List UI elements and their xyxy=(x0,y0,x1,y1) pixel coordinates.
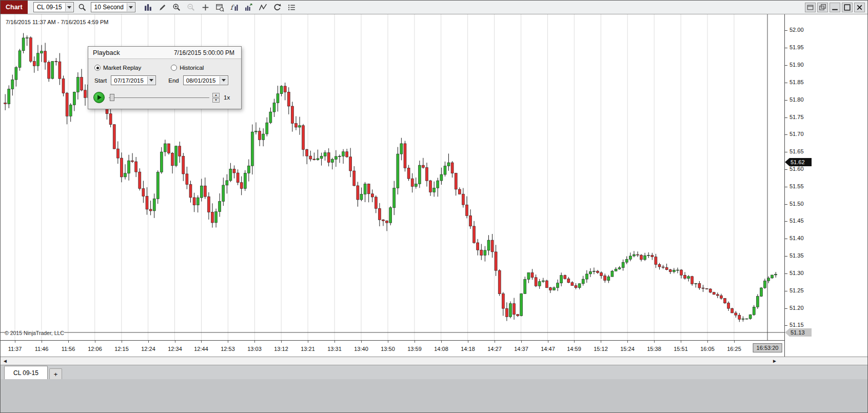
float-button[interactable] xyxy=(805,3,816,12)
historical-label: Historical xyxy=(180,65,204,71)
time-axis-tick xyxy=(495,341,495,343)
end-date-selector[interactable]: 08/01/2015 xyxy=(183,75,228,85)
dock-button[interactable] xyxy=(817,3,828,12)
interval-selector-value: 10 Second xyxy=(94,4,124,11)
play-button[interactable] xyxy=(93,92,105,103)
time-axis-label: 12:15 xyxy=(114,346,129,352)
time-axis-tick xyxy=(415,341,415,343)
chart-style-icon[interactable] xyxy=(142,1,154,13)
time-axis-label: 15:24 xyxy=(620,346,635,352)
toolbar: Chart CL 09-15 10 Second f xyxy=(1,1,867,14)
close-button[interactable] xyxy=(854,3,865,12)
price-axis-label: 52.00 xyxy=(790,27,804,33)
price-axis-label: 51.75 xyxy=(790,114,804,120)
time-axis-tick xyxy=(468,341,468,343)
window-title: Chart xyxy=(1,1,28,14)
properties-icon[interactable] xyxy=(285,1,298,13)
session-range-label: 7/16/2015 11:37 AM - 7/16/2015 4:59 PM xyxy=(6,19,108,25)
time-axis-label: 13:31 xyxy=(327,346,342,352)
time-axis-tick xyxy=(15,341,15,343)
playback-position-slider[interactable] xyxy=(109,94,209,101)
tab-cl-09-15[interactable]: CL 09-15 xyxy=(4,366,48,379)
horizontal-scrollbar[interactable]: ◄ ► xyxy=(1,357,867,365)
zoom-in-icon[interactable] xyxy=(170,1,183,13)
price-axis[interactable]: 51.62 51.13 52.0051.9551.9051.8551.8051.… xyxy=(784,14,868,357)
radio-icon xyxy=(171,65,177,71)
price-axis-label: 51.25 xyxy=(790,287,804,293)
time-axis-label: 13:03 xyxy=(247,346,262,352)
toolbar-icons: f xyxy=(142,1,298,13)
zoom-out-icon xyxy=(185,1,198,13)
indicators-icon[interactable]: f xyxy=(228,1,241,13)
time-axis-label: 11:37 xyxy=(8,346,22,352)
data-box-icon[interactable] xyxy=(213,1,226,13)
speed-spinner: ▲ ▼ xyxy=(212,93,220,103)
time-axis-tick xyxy=(201,341,202,343)
price-axis-tick xyxy=(785,48,787,48)
draw-icon[interactable] xyxy=(156,1,169,13)
price-axis-label: 51.30 xyxy=(790,270,804,276)
scroll-right-icon[interactable]: ► xyxy=(772,358,777,364)
time-axis-label: 14:27 xyxy=(487,346,502,352)
price-axis-label: 51.60 xyxy=(790,166,804,172)
speed-down-button[interactable]: ▼ xyxy=(212,98,220,103)
zigzag-icon[interactable] xyxy=(257,1,269,13)
price-axis-tick xyxy=(785,256,787,257)
price-axis-tick xyxy=(785,221,787,222)
playback-range-row: Start 07/17/2015 End 08/01/2015 xyxy=(94,75,241,85)
price-axis-tick xyxy=(785,291,787,291)
slider-thumb[interactable] xyxy=(110,94,114,101)
time-axis[interactable]: 16:53:20 11:3711:4611:5612:0612:1512:241… xyxy=(1,340,784,357)
time-axis-label: 16:25 xyxy=(727,346,741,352)
historical-radio[interactable]: Historical xyxy=(171,65,204,71)
playback-header[interactable]: Playback 7/16/2015 5:00:00 PM xyxy=(88,47,241,59)
add-icon[interactable] xyxy=(199,1,212,13)
playback-mode-row: Market Replay Historical xyxy=(94,65,241,71)
price-axis-label: 51.65 xyxy=(790,148,804,154)
market-replay-radio[interactable]: Market Replay xyxy=(94,65,141,71)
window-bottom-edge xyxy=(1,379,867,413)
strategies-icon[interactable] xyxy=(242,1,255,13)
maximize-button[interactable] xyxy=(842,3,853,12)
instrument-selector[interactable]: CL 09-15 xyxy=(33,2,74,12)
slider-track xyxy=(109,97,209,98)
time-axis-label: 11:46 xyxy=(35,346,49,352)
time-axis-tick xyxy=(42,341,42,343)
time-axis-tick xyxy=(601,341,601,343)
time-axis-tick xyxy=(148,341,149,343)
chevron-down-icon xyxy=(65,3,73,11)
playback-title: Playback xyxy=(93,49,120,56)
price-axis-label: 51.50 xyxy=(790,201,804,207)
time-axis-label: 15:12 xyxy=(594,346,608,352)
play-icon xyxy=(97,95,102,100)
reload-icon[interactable] xyxy=(271,1,284,13)
time-axis-tick xyxy=(654,341,655,343)
price-axis-label: 51.95 xyxy=(790,44,804,50)
chevron-down-icon xyxy=(147,76,155,84)
price-axis-tick xyxy=(785,117,787,118)
end-label: End xyxy=(168,77,179,84)
time-axis-label: 16:05 xyxy=(700,346,715,352)
copyright-label: © 2015 NinjaTrader, LLC xyxy=(5,330,64,336)
chart-plot-area[interactable]: 7/16/2015 11:37 AM - 7/16/2015 4:59 PM ©… xyxy=(1,14,784,340)
price-axis-tick xyxy=(785,100,787,101)
search-icon[interactable] xyxy=(76,1,89,13)
time-axis-label: 14:59 xyxy=(567,346,581,352)
scroll-left-icon[interactable]: ◄ xyxy=(3,358,8,364)
price-axis-label: 51.90 xyxy=(790,62,804,68)
start-label: Start xyxy=(94,77,107,84)
price-axis-tick xyxy=(785,65,787,66)
time-axis-tick xyxy=(681,341,681,343)
start-date-selector[interactable]: 07/17/2015 xyxy=(111,75,156,85)
price-axis-label: 51.35 xyxy=(790,252,804,259)
interval-selector[interactable]: 10 Second xyxy=(91,2,135,12)
time-axis-label: 14:08 xyxy=(434,346,448,352)
time-axis-tick xyxy=(281,341,282,343)
add-tab-button[interactable]: + xyxy=(49,368,62,379)
speed-label: 1x xyxy=(224,94,230,101)
minimize-button[interactable] xyxy=(830,3,840,12)
cursor-price-badge: 51.13 xyxy=(785,328,812,337)
window-controls xyxy=(805,3,865,12)
time-axis-tick xyxy=(122,341,122,343)
speed-up-button[interactable]: ▲ xyxy=(212,93,220,97)
